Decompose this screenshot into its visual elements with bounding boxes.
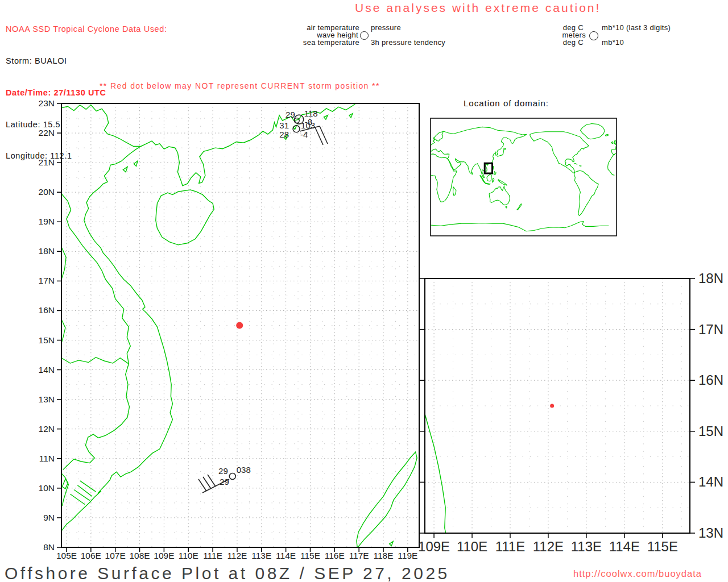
zoom-map-lon-label: 114E [609, 539, 640, 554]
world-coast-tasmania [506, 206, 507, 208]
world-coast-new-guinea [498, 180, 507, 186]
coastline-island [390, 542, 394, 546]
main-map-lat-label: 18N [39, 246, 55, 256]
source-url: http://coolwx.com/buoydata [573, 568, 702, 579]
caution-headline: Use analyses with extreme caution! [355, 1, 601, 15]
main-map-lat-label: 8N [43, 542, 55, 552]
station-value: 038 [237, 465, 251, 475]
world-inset [431, 118, 617, 236]
storm-info-source: NOAA SSD Tropical Cyclone Data Used: [6, 24, 167, 35]
main-map-lon-label: 109E [154, 551, 174, 560]
world-coastlines [431, 124, 617, 231]
zoom-map-lon-label: 109E [418, 539, 450, 554]
world-coast-cuba [574, 163, 578, 164]
legend-unit-mb10-bottom: mb*10 [602, 39, 624, 46]
station-value: 29 [286, 110, 295, 119]
zoom-map-lat-label: 16N [698, 372, 723, 388]
zoom-map-lon-label: 112E [533, 539, 564, 554]
main-map-lat-label: 14N [39, 365, 55, 375]
world-coast-antarctica [431, 222, 609, 231]
coastline-mekong-river [74, 490, 90, 501]
station-value: 103 [301, 120, 315, 130]
coastline-island [349, 114, 353, 118]
main-map-lon-label: 106E [81, 551, 101, 560]
coastline-thailand-laos-border [274, 396, 280, 436]
coastline-thailand-laos-border [61, 247, 66, 280]
world-coast-madagascar [453, 187, 457, 196]
main-map-lat-label: 13N [39, 394, 55, 404]
storm-info-name: Storm: BUALOI [6, 56, 167, 66]
main-map-lon-label: 105E [56, 551, 77, 560]
main-map-lat-label: 19N [39, 217, 55, 226]
coastline-island [684, 44, 690, 52]
storm-position-dot [236, 322, 243, 329]
coastline-island [622, 79, 627, 86]
zoom-map-coastlines [274, 11, 728, 582]
world-coast-mindanao [494, 173, 496, 175]
station-circle [229, 473, 235, 480]
world-coast-europe-africa [431, 154, 457, 202]
station-value: 29 [220, 477, 229, 487]
station-plot: 2903829 [198, 465, 251, 493]
legend-pressure: pressure [371, 24, 401, 31]
legend-tendency: 3h pressure tendency [371, 39, 445, 46]
coastline-mekong-river [77, 485, 92, 497]
buoy-plot-page: 105E106E107E108E109E110E111E112E113E114E… [0, 0, 728, 582]
main-map-lon-label: 110E [179, 551, 198, 560]
station-value: 31 [279, 120, 289, 130]
zoom-map-lat-label: 18N [698, 271, 723, 286]
coastline-island [324, 115, 328, 119]
world-coast-borneo [487, 174, 491, 181]
zoom-map-lon-label: 111E [495, 539, 526, 554]
storm-position-warning: ** Red dot below may NOT represent CURRE… [100, 81, 380, 90]
storm-info-block: NOAA SSD Tropical Cyclone Data Used: Sto… [6, 3, 167, 182]
world-coast-java [485, 183, 490, 185]
zoom-map-lat-label: 15N [698, 423, 723, 439]
main-map-lon-label: 107E [105, 551, 126, 560]
coastline-gulf-of-thailand-coast [61, 473, 68, 506]
main-map-lon-label: 108E [129, 551, 150, 560]
main-map-lat-label: 10N [39, 483, 55, 493]
main-map-lat-label: 12N [39, 424, 55, 434]
world-coast-hispaniola [580, 165, 581, 166]
main-map-lon-label: 116E [325, 551, 345, 560]
coastline-laos-vietnam-border [274, 179, 382, 582]
world-coast-arctic-eurasia [436, 127, 527, 135]
station-circle-icon [360, 31, 369, 40]
legend-unit-mb10-top: mb*10 (last 3 digits) [602, 24, 671, 31]
station-plot: 3110328-4 [279, 120, 328, 145]
zoom-map-lat-label: 14N [698, 474, 723, 489]
storm-info-latitude: Latitude: 15.5 [6, 119, 167, 130]
station-value: 29 [218, 466, 228, 476]
coastline-island [636, 61, 641, 69]
main-map-lat-label: 15N [39, 335, 55, 345]
plot-title: Offshore Surface Plot at 08Z / SEP 27, 2… [5, 564, 450, 582]
world-coast-australia [489, 186, 510, 205]
coastline-laos-cambodia-border [274, 461, 379, 472]
main-map-lon-label: 114E [276, 551, 296, 560]
world-coast-mediterranean-north [614, 153, 616, 155]
world-coast-ireland [611, 142, 613, 144]
world-coast-europe-africa [608, 147, 617, 176]
coastline-mekong-river [80, 481, 96, 492]
station-value: 28 [279, 130, 289, 139]
zoom-map: 109E110E111E112E113E114E115E13N14N15N16N… [274, 11, 728, 582]
main-map-lat-label: 11N [39, 454, 55, 463]
main-map-lon-label: 113E [251, 551, 271, 560]
main-map-lon-label: 118E [373, 551, 393, 560]
wind-barb [315, 126, 320, 127]
zoom-map-lat-label: 13N [698, 525, 723, 541]
main-map-lon-label: 119E [398, 551, 417, 560]
main-map-lat-label: 17N [39, 276, 55, 285]
legend-unit-degc-bottom: deg C [515, 39, 584, 46]
main-map-lat-label: 9N [43, 513, 55, 522]
wind-barb [320, 126, 328, 144]
storm-position-dot [550, 404, 554, 408]
main-map-lon-label: 115E [300, 551, 320, 560]
main-map-lon-label: 112E [227, 551, 247, 560]
world-coast-new-zealand [517, 204, 522, 210]
zoom-map-lat-label: 17N [698, 322, 723, 337]
inset-title: Location of domain: [464, 98, 549, 108]
legend-sea-temperature: sea temperature [246, 39, 359, 46]
world-coast-iceland [606, 134, 609, 136]
